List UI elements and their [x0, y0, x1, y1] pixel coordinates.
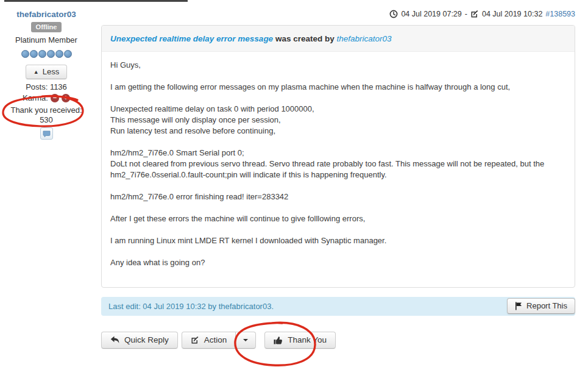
post-header: Unexpected realtime delay error message … — [102, 26, 575, 52]
post-body: Hi Guys, I am getting the following erro… — [102, 52, 575, 283]
clock-icon — [389, 10, 398, 18]
action-split-button: Action — [182, 332, 257, 349]
quick-reply-label: Quick Reply — [124, 335, 169, 344]
post-text-line: hm2/hm2_7i76e.0 Smart Serial port 0; — [110, 148, 566, 159]
pencil-square-icon — [191, 336, 199, 344]
less-toggle-button[interactable]: ▲ Less — [26, 65, 67, 79]
post-actions-row: Quick Reply Action Thank You — [101, 332, 575, 349]
chevron-up-icon: ▲ — [34, 69, 39, 75]
quick-reply-button[interactable]: Quick Reply — [101, 332, 178, 349]
timestamp-separator: - — [465, 10, 467, 18]
karma-plus-button[interactable]: + — [62, 94, 70, 102]
top-divider-bar — [4, 0, 188, 2]
edit-icon — [470, 10, 479, 18]
speech-bubble-icon — [43, 130, 51, 137]
post-text-line: DoLt not cleared from previous servo thr… — [110, 159, 566, 180]
reply-arrow-icon — [110, 336, 119, 344]
post-column: 04 Jul 2019 07:29 - 04 Jul 2019 10:32 #1… — [101, 10, 575, 349]
post-text-line: I am running Linux mint LMDE RT kernel I… — [110, 235, 566, 246]
post-id-link[interactable]: #138593 — [545, 10, 575, 18]
post-card: Unexpected realtime delay error message … — [101, 25, 575, 288]
action-label: Action — [204, 335, 227, 344]
caret-down-icon — [243, 339, 248, 341]
thank-you-label: Thank You — [288, 335, 327, 344]
post-text-line: hm2/hm2_7i76e.0 error finishing read! it… — [110, 191, 566, 202]
status-badge: Offline — [31, 22, 62, 32]
action-dropdown-button[interactable] — [236, 332, 256, 349]
post-text-line: After I get these errors the machine wil… — [110, 213, 566, 224]
karma-minus-button[interactable]: − — [51, 94, 59, 102]
topic-title-link[interactable]: Unexpected realtime delay error message — [110, 34, 273, 43]
created-timestamp: 04 Jul 2019 07:29 — [401, 10, 461, 18]
rank-dot-icon — [64, 50, 72, 58]
posts-count: Posts: 1136 — [0, 82, 93, 91]
rank-dots — [0, 50, 93, 58]
thank-you-received-count: 530 — [0, 115, 93, 124]
last-edit-text: Last edit: 04 Jul 2019 10:32 by thefabri… — [108, 302, 274, 311]
thank-you-received-label: Thank you received: — [0, 105, 93, 115]
post-text-line: Hi Guys, — [110, 60, 566, 71]
rank-dot-icon — [55, 50, 63, 58]
member-rank-label: Platinum Member — [0, 35, 93, 45]
flag-icon — [515, 302, 522, 310]
post-author-link[interactable]: thefabricator03 — [336, 34, 391, 43]
rank-dot-icon — [38, 50, 46, 58]
post-text-line: This message will only display once per … — [110, 115, 566, 126]
report-this-label: Report This — [526, 301, 567, 310]
thank-you-button[interactable]: Thank You — [264, 332, 336, 349]
less-button-label: Less — [43, 67, 59, 76]
post-text-line: Unexpected realtime delay on task 0 with… — [110, 104, 566, 115]
edited-timestamp: 04 Jul 2019 10:32 — [482, 10, 542, 18]
action-button[interactable]: Action — [182, 332, 236, 349]
author-username-link[interactable]: thefabricator03 — [0, 10, 93, 19]
rank-dot-icon — [47, 50, 55, 58]
post-text-line: Any idea what is going on? — [110, 257, 566, 268]
post-timestamps: 04 Jul 2019 07:29 - 04 Jul 2019 10:32 #1… — [101, 10, 575, 18]
rank-dot-icon — [21, 50, 29, 58]
post-text-line: Run latency test and resolve before cont… — [110, 126, 566, 137]
karma-label: Karma: — [23, 93, 48, 102]
thumbs-up-icon — [274, 336, 283, 344]
report-this-button[interactable]: Report This — [507, 298, 575, 314]
karma-row: Karma: − + — [0, 93, 93, 102]
last-edit-bar: Last edit: 04 Jul 2019 10:32 by thefabri… — [101, 297, 575, 316]
created-by-text: was created by — [275, 34, 335, 43]
message-bubble-button[interactable] — [40, 127, 53, 140]
rank-dot-icon — [30, 50, 38, 58]
post-text-line: I am getting the following error message… — [110, 82, 566, 93]
author-sidebar: thefabricator03 Offline Platinum Member … — [0, 10, 93, 140]
